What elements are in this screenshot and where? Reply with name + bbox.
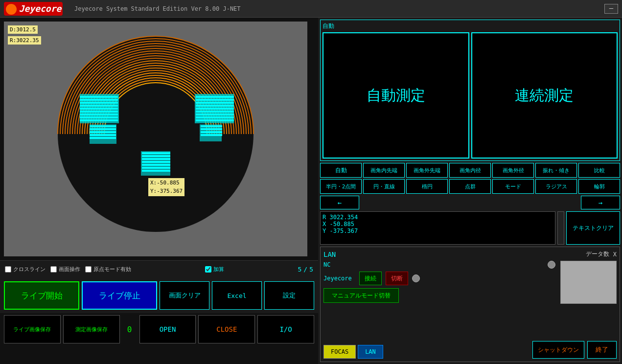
measure-row-2: 半円・2点間 円・直線 楕円 点群 モード ラジアス 輪郭 [320,179,620,194]
jeyecore-status-circle [412,274,420,282]
data-text-area: R 3022.354 X -50.885 Y -375.367 [320,211,555,245]
live-stop-button[interactable]: ライブ停止 [82,281,157,310]
measure-btn-pointcloud[interactable]: 点群 [449,179,491,194]
measure-save-button[interactable]: 測定画像保存 [63,315,120,343]
manual-mode-button[interactable]: マニュアルモード切替 [323,288,399,303]
screen-op-checkbox-item[interactable]: 画面操作 [50,266,80,273]
measure-btn-contour[interactable]: 輪郭 [578,179,620,194]
measure-btn-angle-inner-tip[interactable]: 画角内先端 [363,163,405,178]
shutdown-end-row: シャットダウン 終了 [532,341,617,359]
svg-rect-19 [196,114,234,115]
auto-measure-button[interactable]: 自動測定 [323,32,469,159]
lens-visualization [4,22,307,256]
close-button[interactable]: CLOSE [198,315,255,343]
xy-coordinate-label: X:-50.885 Y:-375.367 [148,178,184,196]
connect-button[interactable]: 接続 [359,272,382,285]
measure-btn-auto[interactable]: 自動 [320,163,362,178]
svg-rect-6 [80,105,118,107]
disconnect-button[interactable]: 切断 [386,272,408,285]
lan-controls-col: NC Jeyecore 接続 切断 マニュアルモード切替 [323,261,555,303]
lan-button[interactable]: LAN [358,345,383,359]
screen-clear-button[interactable]: 画面クリア [160,281,209,310]
data-scrollbar[interactable] [557,211,564,245]
d-coordinate-label: D:3012.5 [8,25,38,34]
svg-rect-30 [201,128,222,130]
svg-rect-26 [90,134,116,136]
svg-rect-7 [80,108,118,110]
svg-rect-34 [142,152,170,154]
focas-lan-row: FOCAS LAN [323,345,383,359]
crossline-checkbox[interactable] [5,266,11,273]
svg-rect-33 [141,151,170,176]
origin-mode-checkbox-item[interactable]: 原点モード有効 [85,266,131,273]
x-coord: X:-50.885 [150,180,180,186]
minimize-button[interactable]: — [604,4,618,14]
svg-rect-5 [80,102,118,104]
svg-rect-17 [196,108,234,110]
svg-rect-40 [142,170,170,172]
nc-row: NC [323,261,555,269]
nc-status-circle [548,261,555,269]
addition-label: 加算 [213,266,224,273]
svg-rect-4 [80,99,118,101]
measure-row-1: 自動 画角内先端 画角外先端 画角内径 画角外径 振れ・傾き 比較 [320,163,620,178]
y-coord: Y:-375.367 [150,188,183,194]
continuous-measure-button[interactable]: 連続測定 [471,32,618,159]
svg-rect-32 [201,134,222,136]
svg-rect-20 [196,116,234,118]
main-layout: D:3012.5 R:3022.35 X:-50.885 Y:-375.367 … [0,18,622,364]
crossline-label: クロスライン [13,266,46,273]
auto-section: 自動 自動測定 連続測定 [320,20,620,161]
controls-bar: クロスライン 画面操作 原点モード有効 加算 5 / 5 [0,260,318,278]
end-button[interactable]: 終了 [587,341,617,359]
svg-rect-13 [196,96,234,98]
text-clear-button[interactable]: テキストクリア [566,211,620,245]
screen-op-checkbox[interactable] [50,266,57,273]
data-line-1: R 3022.354 [323,214,553,221]
addition-checkbox-item[interactable]: 加算 [205,266,224,273]
auto-section-label: 自動 [323,22,618,30]
io-button[interactable]: I/O [257,315,314,343]
app-title: Jeyecore System Standard Edition Ver 8.0… [74,5,241,12]
counter-total: 5 [309,266,313,273]
measure-btn-angle-inner-dia[interactable]: 画角内径 [449,163,491,178]
logo-area: Jeyecore Jeyecore System Standard Editio… [4,2,241,16]
measure-btn-ellipse[interactable]: 楕円 [406,179,448,194]
measure-btn-mode[interactable]: モード [492,179,534,194]
focas-button[interactable]: FOCAS [323,345,356,359]
nc-label: NC [323,261,355,268]
measure-btn-angle-outer-dia[interactable]: 画角外径 [492,163,534,178]
measure-buttons: 自動 画角内先端 画角外先端 画角内径 画角外径 振れ・傾き 比較 半円・2点間… [320,163,620,194]
nav-row: ← → [320,196,620,209]
lan-display-area [560,261,617,304]
settings-button[interactable]: 設定 [264,281,314,310]
live-save-button[interactable]: ライブ画像保存 [4,315,61,343]
measure-btn-radius[interactable]: ラジアス [535,179,577,194]
counter-zero-display: 0 [122,325,137,334]
live-start-button[interactable]: ライブ開始 [4,281,79,310]
screen-op-label: 画面操作 [59,266,80,273]
data-line-3: Y -375.367 [323,228,553,234]
excel-button[interactable]: Excel [212,281,262,310]
nav-prev-button[interactable]: ← [320,196,359,209]
nav-next-button[interactable]: → [581,196,620,209]
svg-rect-35 [142,155,170,157]
right-panel: 自動 自動測定 連続測定 自動 画角内先端 画角外先端 画角内径 画角外径 振れ… [318,18,622,364]
addition-checkbox[interactable] [205,266,211,273]
svg-rect-8 [80,111,118,113]
logo-text: Jeyecore [19,3,62,14]
counter-slash: / [303,266,307,273]
svg-rect-10 [80,116,118,118]
open-button[interactable]: OPEN [139,315,196,343]
measure-btn-runout-tilt[interactable]: 振れ・傾き [535,163,577,178]
measure-btn-angle-outer-tip[interactable]: 画角外先端 [406,163,448,178]
measure-btn-compare[interactable]: 比較 [578,163,620,178]
auto-buttons-row: 自動測定 連続測定 [323,32,618,159]
svg-rect-25 [90,131,116,133]
shutdown-button[interactable]: シャットダウン [532,341,584,359]
origin-mode-checkbox[interactable] [85,266,92,273]
measure-btn-semicircle[interactable]: 半円・2点間 [320,179,362,194]
svg-rect-3 [80,96,118,98]
measure-btn-circle-line[interactable]: 円・直線 [363,179,405,194]
crossline-checkbox-item[interactable]: クロスライン [5,266,46,273]
